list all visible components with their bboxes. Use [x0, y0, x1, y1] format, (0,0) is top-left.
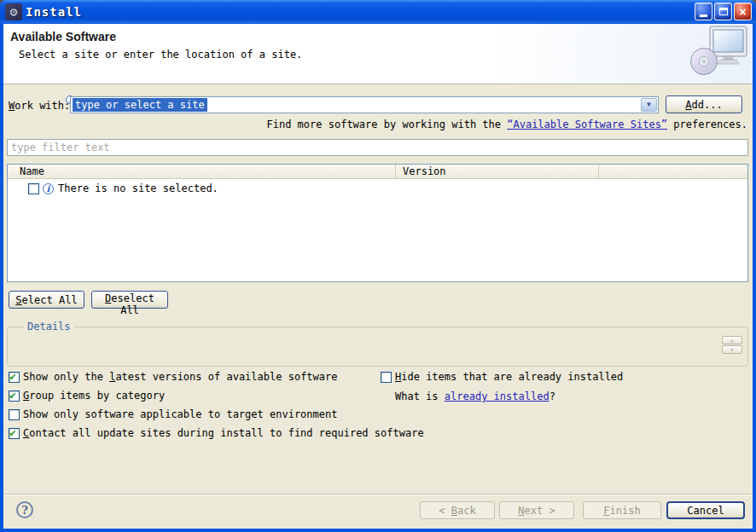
empty-table-message: There is no site selected.	[58, 182, 218, 194]
finish-button[interactable]: Finish	[583, 501, 661, 519]
software-table[interactable]: Name Version i There is no site selected…	[7, 164, 748, 282]
options-left-column: Show only the latest versions of availab…	[9, 371, 424, 446]
checkbox[interactable]	[9, 428, 20, 439]
back-button[interactable]: < Back	[420, 501, 495, 519]
option-target-environment[interactable]: Show only software applicable to target …	[9, 408, 424, 420]
checkbox[interactable]	[9, 372, 20, 383]
chevron-up-icon: ▲	[730, 338, 733, 343]
scroll-down-button[interactable]: ▼	[722, 345, 742, 354]
table-header: Name Version	[8, 165, 747, 179]
page-title: Available Software	[10, 30, 116, 43]
chevron-down-icon: ▼	[647, 101, 651, 108]
minimize-button[interactable]	[695, 3, 712, 20]
option-group-by-category[interactable]: Group items by category	[9, 390, 424, 402]
checkbox[interactable]	[9, 390, 20, 402]
next-button[interactable]: Next >	[499, 501, 574, 519]
combo-selected-text: type or select a site	[73, 98, 207, 112]
option-contact-update-sites[interactable]: Contact all update sites during install …	[9, 427, 424, 439]
find-more-text: Find more software by working with the “…	[266, 119, 747, 130]
already-installed-link[interactable]: already installed	[445, 390, 550, 402]
close-button[interactable]: ×	[734, 3, 752, 20]
work-with-combo[interactable]: type or select a site ▼	[70, 96, 659, 113]
chevron-down-icon: ▼	[730, 348, 733, 352]
options-right-column: Hide items that are already installed	[381, 371, 623, 390]
details-scroll-buttons: ▲ ▼	[722, 336, 742, 354]
details-group: ▲ ▼	[7, 327, 748, 367]
filter-input[interactable]	[7, 139, 748, 156]
cancel-button[interactable]: Cancel	[666, 501, 745, 519]
column-header-version[interactable]: Version	[395, 165, 598, 178]
checkbox[interactable]	[381, 372, 392, 383]
combo-dropdown-button[interactable]: ▼	[641, 98, 657, 112]
install-software-icon	[689, 26, 747, 79]
scroll-up-button[interactable]: ▲	[722, 336, 742, 344]
titlebar[interactable]: ⚙ Install ×	[0, 0, 756, 24]
dialog-body: Available Software Select a site or ente…	[3, 24, 753, 529]
button-bar: ? < Back Next > Finish Cancel	[3, 494, 753, 529]
install-dialog: ⚙ Install × Available Software Select a …	[0, 0, 756, 532]
what-is-installed-text: What is already installed?	[395, 390, 555, 402]
work-with-label: Work with:	[9, 100, 70, 112]
minimize-icon	[700, 14, 707, 17]
help-button[interactable]: ?	[16, 501, 33, 518]
maximize-icon	[719, 8, 728, 15]
close-icon: ×	[739, 6, 746, 18]
checkbox[interactable]	[9, 409, 20, 420]
page-subtitle: Select a site or enter the location of a…	[19, 49, 302, 61]
column-header-name[interactable]: Name	[8, 165, 395, 178]
gear-icon: ⚙	[5, 3, 22, 20]
add-button[interactable]: Add...	[666, 95, 742, 113]
available-software-sites-link[interactable]: “Available Software Sites”	[507, 119, 667, 130]
option-hide-installed[interactable]: Hide items that are already installed	[381, 371, 623, 383]
window-controls: ×	[695, 3, 752, 20]
gear-glyph: ⚙	[9, 6, 17, 19]
maximize-button[interactable]	[714, 3, 732, 20]
wizard-banner: Available Software Select a site or ente…	[3, 24, 753, 84]
table-row[interactable]: i There is no site selected.	[8, 182, 218, 194]
deselect-all-button[interactable]: Deselect All	[91, 291, 168, 309]
row-checkbox[interactable]	[28, 183, 39, 194]
select-all-button[interactable]: Select All	[9, 291, 84, 309]
window-title: Install	[26, 5, 82, 19]
details-group-label: Details	[24, 321, 74, 332]
info-icon: i	[43, 183, 54, 194]
column-header-spacer	[598, 165, 747, 178]
option-latest-versions[interactable]: Show only the latest versions of availab…	[9, 371, 424, 383]
